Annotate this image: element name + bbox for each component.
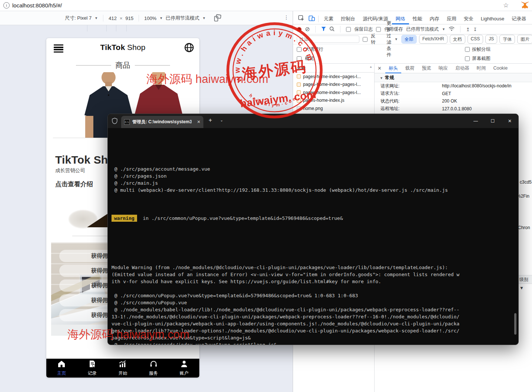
request-detail-tabs: ✕ 标头载荷预览响应启动器时间Cookie [375, 64, 532, 73]
detail-tab[interactable]: 预览 [419, 64, 435, 73]
device-select[interactable]: 尺寸: Pixel 7 [65, 15, 92, 21]
group-by-frame-label: 按帧分组 [472, 46, 491, 53]
devtools-tabs: 元素控制台源代码/来源网络性能内存应用安全Lighthouse记录器 [320, 13, 530, 24]
general-row: 远程地址: 127.0.0.1:8080 [375, 105, 532, 113]
invert-label: 反转 [371, 33, 376, 46]
section-title: 商品 [46, 60, 199, 70]
detail-tab[interactable]: 启动器 [452, 64, 473, 73]
console-level-select[interactable]: 级别 ▼ [518, 275, 532, 284]
filter-chip[interactable]: Fetch/XHR [419, 35, 448, 44]
screen: i localhost:8080/h5/#/ ☆ 尺寸: Pixel 7▼ 41… [0, 0, 532, 392]
terminal-line: @ ./src/common/uPopup.vue?vue&type=templ… [112, 292, 514, 299]
devtools-tab[interactable]: 应用 [443, 13, 460, 24]
svg-text:海外源码: 海外源码 [241, 58, 308, 82]
detail-tab[interactable]: Cookie [490, 64, 511, 73]
new-tab-icon[interactable]: + [209, 117, 212, 124]
terminal-line: vue-cli-plugin-uni/packages/webpack-uni-… [112, 320, 514, 327]
import-har-icon[interactable]: ↥ [466, 27, 470, 32]
general-section-header[interactable]: ▼常规 [375, 73, 532, 82]
search-icon[interactable] [329, 26, 335, 33]
invert-checkbox[interactable] [363, 37, 368, 42]
network-conditions-icon[interactable] [449, 26, 455, 32]
terminal-output[interactable]: @ ./src/pages/account/message.vue @ ./sr… [112, 130, 514, 345]
scrollbar-up-icon[interactable]: ▲ [369, 65, 372, 68]
terminal-line: @ ./src/main.js [112, 180, 514, 187]
detail-tab[interactable]: 响应 [435, 64, 451, 73]
close-tab-icon[interactable]: ✕ [197, 120, 200, 124]
terminal-scrollbar[interactable] [514, 313, 516, 335]
filter-chip[interactable]: 字体 [499, 35, 515, 44]
disable-cache-checkbox[interactable] [376, 27, 381, 32]
start-icon [119, 360, 127, 369]
devtools-tab[interactable]: Lighthouse [477, 13, 508, 24]
chevron-down-icon: ▼ [202, 16, 206, 20]
devtools-tab[interactable]: 安全 [460, 13, 477, 24]
watermark-text: 海外源码 haiwaiym.com [67, 327, 189, 342]
device-width-field[interactable]: 412 [109, 16, 117, 21]
records-icon [89, 360, 96, 369]
throttling-select[interactable]: 已停用节流模式 [166, 15, 199, 21]
devtools-tab[interactable]: 网络 [392, 13, 409, 24]
chevron-down-icon: ▼ [159, 16, 163, 20]
network-toolbar: ⊘ 保留日志 停用缓存 已停用节流模式 ▼ ↥ ↧ [293, 24, 532, 34]
terminal-tab[interactable]: C:\ 管理员: C:\windows\system32 ✕ [121, 116, 203, 128]
tab-account[interactable]: 账户 [169, 359, 199, 378]
screenshots-label: 屏幕截图 [472, 56, 491, 62]
terminal-warning-line: warning in ./src/common/uPopup.vue?vue&t… [112, 215, 514, 222]
minimize-button[interactable]: — [467, 114, 484, 128]
watermark-stamp: w w w . h a i w a i y m . c o m h a i w … [223, 15, 327, 126]
terminal-line: @ ./src/common/uPopup.vue [112, 299, 514, 306]
detail-tab[interactable]: 载荷 [402, 64, 418, 73]
devtools-tab[interactable]: 内存 [426, 13, 443, 24]
site-info-icon[interactable]: i [3, 2, 10, 9]
device-height-field[interactable]: 915 [125, 16, 133, 21]
rotate-device-icon[interactable] [214, 14, 221, 23]
terminal-line: ith v-for should have explicit keys. See… [112, 278, 514, 285]
filter-chip[interactable]: 文档 [450, 35, 465, 44]
network-filter-row: 反转 更多过滤条件 ▼ 全部Fetch/XHR文档CSSJS字体图片 [293, 34, 532, 44]
app-title: TikTok Shop [46, 43, 199, 52]
detail-tab[interactable]: 时间 [473, 64, 489, 73]
general-row: 状态代码: 200 OK [375, 97, 532, 105]
bookmark-star-icon[interactable]: ☆ [503, 1, 509, 9]
close-icon[interactable]: ✕ [378, 66, 382, 71]
devtools-tab[interactable]: 性能 [409, 13, 426, 24]
url-text[interactable]: localhost:8080/h5/#/ [12, 2, 62, 9]
terminal-line: @ ./src/pages/account/message.vue [112, 165, 514, 172]
warning-badge: warning [112, 215, 137, 222]
preserve-log-label: 保留日志 [354, 26, 373, 33]
close-button[interactable]: ✕ [501, 114, 518, 128]
language-globe-icon[interactable] [184, 43, 194, 54]
filter-chip[interactable]: CSS [468, 35, 483, 44]
header-value-fragment: c3cd5 [520, 180, 532, 185]
admin-shield-icon [112, 118, 117, 125]
tab-records[interactable]: 记录 [77, 359, 108, 378]
filter-chip[interactable]: 图片 [517, 35, 532, 44]
devtools-tab[interactable]: 控制台 [337, 13, 359, 24]
tab-home[interactable]: 主页 [46, 359, 77, 378]
general-row: 请求方法: GET [375, 90, 532, 98]
bottom-tab-bar: 主页 记录 开始 服务 账户 [46, 359, 199, 378]
triangle-down-icon: ▼ [380, 76, 383, 80]
terminal-line: (Emitted value instead of an instance of… [112, 271, 514, 278]
zoom-select[interactable]: 100% [144, 16, 156, 21]
terminal-line [112, 257, 514, 264]
devtools-tab[interactable]: 记录器 [508, 13, 530, 24]
preserve-log-checkbox[interactable] [346, 27, 351, 32]
export-har-icon[interactable]: ↧ [473, 27, 477, 32]
terminal-line: @ ./node_modules/babel-loader/lib!./node… [112, 306, 514, 313]
terminal-line: 13-1!./node_modules/@dcloudio/vue-cli-pl… [112, 313, 514, 320]
metamask-icon[interactable] [521, 1, 529, 10]
group-by-frame-checkbox[interactable] [465, 47, 470, 52]
filter-chip[interactable]: 全部 [401, 35, 417, 44]
screenshots-checkbox[interactable] [465, 56, 470, 61]
filter-chip[interactable]: JS [485, 35, 497, 44]
tab-start[interactable]: 开始 [107, 359, 138, 378]
tab-service[interactable]: 服务 [138, 359, 169, 378]
tab-dropdown-icon[interactable]: ⌄ [220, 118, 223, 122]
general-rows: 请求网址: http://localhost:8080/sockjs-node/… [375, 82, 532, 113]
maximize-button[interactable]: ☐ [484, 114, 501, 128]
terminal-line [112, 285, 514, 292]
detail-tab[interactable]: 标头 [385, 64, 401, 73]
network-throttling-select[interactable]: 已停用节流模式 [406, 26, 439, 33]
